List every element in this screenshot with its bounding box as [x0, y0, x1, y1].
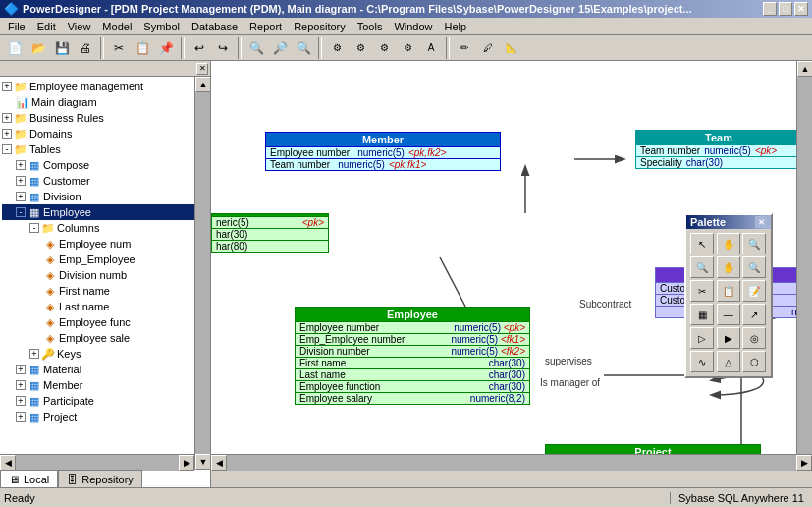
toolbar-redo[interactable]: ↪ — [212, 37, 234, 59]
tree-expand-icon[interactable]: - — [2, 144, 12, 154]
canvas-vscroll[interactable]: ▲ ▼ — [796, 61, 812, 470]
toolbar-undo[interactable]: ↩ — [189, 37, 210, 59]
tree-item-emp-employee[interactable]: ◈ Emp_Employee — [2, 252, 208, 267]
tree-item-emp-func[interactable]: ◈ Employee func — [2, 314, 208, 330]
tree-expand-icon[interactable]: + — [16, 192, 26, 201]
tree-item-employee-mgmt[interactable]: + 📁 Employee management — [2, 79, 208, 94]
tree-item-keys[interactable]: + 🔑 Keys — [2, 346, 208, 362]
tab-local[interactable]: 🖥 Local — [0, 470, 58, 487]
restore-button[interactable]: □ — [779, 2, 792, 16]
toolbar-b7[interactable]: 🖊 — [477, 37, 499, 59]
palette-b5[interactable]: △ — [717, 351, 740, 372]
tree-item-participate[interactable]: + ▦ Participate — [2, 393, 208, 409]
palette-zoom3[interactable]: 🔍 — [742, 256, 766, 278]
close-button[interactable]: ✕ — [794, 2, 808, 16]
palette-copy[interactable]: 📋 — [717, 280, 740, 302]
scroll-left-btn[interactable]: ◀ — [0, 455, 16, 471]
minimize-button[interactable]: _ — [763, 2, 777, 16]
tree-expand-icon[interactable]: + — [2, 113, 12, 123]
tree-expand-icon[interactable]: + — [29, 349, 39, 359]
tree-item-member[interactable]: + ▦ Member — [2, 377, 208, 393]
tree-item-main-diagram[interactable]: 📊 Main diagram — [2, 94, 208, 110]
tree-expand-icon[interactable]: + — [2, 129, 12, 139]
tree-item-material[interactable]: + ▦ Material — [2, 362, 208, 377]
tab-repository[interactable]: 🗄 Repository — [58, 470, 142, 487]
scroll-right-btn[interactable]: ▶ — [179, 455, 194, 471]
team-entity[interactable]: Team Team number numeric(5) <pk> Special… — [635, 130, 802, 169]
tree-expand-icon[interactable]: + — [16, 160, 26, 170]
tree-expand-icon[interactable]: + — [16, 380, 26, 390]
toolbar-b8[interactable]: 📐 — [501, 37, 522, 59]
toolbar-cut[interactable]: ✂ — [108, 37, 130, 59]
small-entity[interactable]: neric(5)<pk> har(30) har(80) — [211, 213, 329, 253]
palette-b6[interactable]: ⬡ — [742, 351, 766, 372]
menu-help[interactable]: Help — [439, 20, 473, 33]
tree-item-columns[interactable]: - 📁 Columns — [2, 220, 208, 236]
toolbar-b3[interactable]: ⚙ — [373, 37, 395, 59]
tree-expand-icon[interactable]: + — [2, 82, 12, 91]
tree-item-last-name[interactable]: ◈ Last name — [2, 299, 208, 314]
menu-edit[interactable]: Edit — [31, 20, 62, 33]
palette-ref[interactable]: ↗ — [742, 304, 766, 325]
scroll-down-btn[interactable]: ▼ — [195, 454, 211, 470]
menu-symbol[interactable]: Symbol — [137, 20, 186, 33]
toolbar-b1[interactable]: ⚙ — [326, 37, 348, 59]
tree-item-division-numb[interactable]: ◈ Division numb — [2, 267, 208, 283]
toolbar-print[interactable]: 🖨 — [75, 37, 96, 59]
tree-expand-icon[interactable]: + — [16, 412, 26, 422]
tree-item-customer[interactable]: + ▦ Customer — [2, 173, 208, 189]
palette-b4[interactable]: ∿ — [690, 351, 714, 372]
scroll-up-btn[interactable]: ▲ — [195, 77, 211, 92]
toolbar-find[interactable]: 🔍 — [245, 37, 267, 59]
palette-zoom[interactable]: 🔍 — [742, 233, 766, 254]
toolbar-b5[interactable]: A — [420, 37, 442, 59]
canvas-hscroll[interactable]: ◀ ▶ — [211, 454, 812, 470]
menu-window[interactable]: Window — [388, 20, 438, 33]
tree-expand-icon[interactable]: + — [16, 365, 26, 374]
menu-report[interactable]: Report — [244, 20, 288, 33]
member-entity[interactable]: Member Employee number numeric(5) <pk,fk… — [265, 132, 501, 171]
palette-b3[interactable]: ◎ — [742, 327, 766, 349]
toolbar-save[interactable]: 💾 — [51, 37, 73, 59]
menu-model[interactable]: Model — [96, 20, 137, 33]
left-vscroll[interactable]: ▲ ▼ — [194, 77, 210, 470]
palette-link[interactable]: — — [717, 304, 740, 325]
palette-select[interactable]: ↖ — [690, 233, 714, 254]
tree-item-business-rules[interactable]: + 📁 Business Rules — [2, 110, 208, 126]
tree-item-tables[interactable]: - 📁 Tables — [2, 141, 208, 157]
palette-b2[interactable]: ▶ — [717, 327, 740, 349]
palette-cut[interactable]: ✂ — [690, 280, 714, 302]
scroll-up-btn[interactable]: ▲ — [797, 61, 812, 77]
tree-item-division[interactable]: + ▦ Division — [2, 189, 208, 204]
menu-file[interactable]: File — [2, 20, 31, 33]
tree-item-emp-salary[interactable]: ◈ Employee sale — [2, 330, 208, 346]
scroll-right-btn[interactable]: ▶ — [796, 455, 812, 471]
menu-database[interactable]: Database — [186, 20, 244, 33]
tree-expand-icon[interactable]: + — [16, 176, 26, 186]
palette-table[interactable]: ▦ — [690, 304, 714, 325]
palette-zoom2[interactable]: 🔍 — [690, 256, 714, 278]
toolbar-copy[interactable]: 📋 — [132, 37, 153, 59]
toolbar-b2[interactable]: ⚙ — [350, 37, 371, 59]
menu-tools[interactable]: Tools — [352, 20, 389, 33]
tree-item-employee[interactable]: - ▦ Employee — [2, 204, 208, 220]
palette-close[interactable]: ✕ — [755, 216, 767, 228]
employee-entity[interactable]: Employee Employee number numeric(5) <pk>… — [295, 307, 530, 405]
tree-expand-icon[interactable]: - — [16, 207, 26, 217]
tree-item-emp-num[interactable]: ◈ Employee num — [2, 236, 208, 252]
tree-item-compose[interactable]: + ▦ Compose — [2, 157, 208, 173]
menu-view[interactable]: View — [62, 20, 97, 33]
toolbar-b6[interactable]: ✏ — [454, 37, 475, 59]
palette-note[interactable]: 📝 — [742, 280, 766, 302]
toolbar-b4[interactable]: ⚙ — [397, 37, 418, 59]
palette-hand2[interactable]: ✋ — [717, 256, 740, 278]
browser-close[interactable]: ✕ — [196, 63, 208, 75]
tree-expand-icon[interactable]: + — [16, 396, 26, 406]
toolbar-open[interactable]: 📂 — [27, 37, 49, 59]
tree-item-project[interactable]: + ▦ Project — [2, 409, 208, 424]
tree-item-domains[interactable]: + 📁 Domains — [2, 126, 208, 141]
left-hscroll[interactable]: ◀ ▶ — [0, 454, 194, 470]
tree-expand-icon[interactable]: - — [29, 223, 39, 233]
palette-hand[interactable]: ✋ — [717, 233, 740, 254]
toolbar-paste[interactable]: 📌 — [155, 37, 177, 59]
